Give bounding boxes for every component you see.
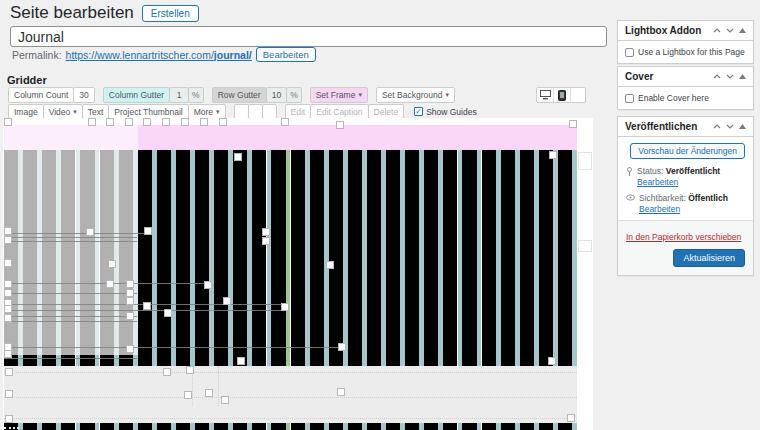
move-down-icon[interactable] <box>726 28 734 33</box>
edit-caption-button[interactable]: Edit Caption <box>310 104 368 119</box>
grid-column[interactable] <box>539 423 553 430</box>
grid-column[interactable] <box>329 150 343 366</box>
move-down-icon[interactable] <box>726 124 734 129</box>
grid-column[interactable] <box>176 423 190 430</box>
grid-item-handle[interactable] <box>126 297 134 305</box>
grid-column[interactable] <box>271 150 285 366</box>
grid-item-handle[interactable] <box>262 228 270 236</box>
grid-item-handle[interactable] <box>163 368 171 376</box>
grid-item-handle[interactable] <box>200 118 208 126</box>
set-frame-button[interactable]: Set Frame▾ <box>310 87 368 103</box>
grid-item-handle[interactable] <box>164 309 172 317</box>
grid-column[interactable] <box>252 423 266 430</box>
grid-item-handle[interactable] <box>143 118 151 126</box>
grid-column-gray[interactable] <box>100 150 114 355</box>
grid-item-handle[interactable] <box>338 343 346 351</box>
grid-item-handle[interactable] <box>567 414 575 422</box>
grid-column[interactable] <box>443 423 457 430</box>
grid-item-handle[interactable] <box>205 389 213 397</box>
grid-column[interactable] <box>214 150 228 366</box>
grid-item-handle[interactable] <box>108 260 116 268</box>
cover-checkbox-row[interactable]: Enable Cover here <box>625 93 746 103</box>
grid-item-handle[interactable] <box>549 151 557 159</box>
grid-item-handle[interactable] <box>143 302 151 310</box>
grid-column[interactable] <box>501 150 515 366</box>
grid-column[interactable] <box>138 150 152 366</box>
grid-column[interactable] <box>80 423 94 430</box>
grid-column-gray[interactable] <box>61 150 75 355</box>
grid-column[interactable] <box>291 150 305 366</box>
add-image-button[interactable]: Image <box>8 104 44 119</box>
grid-column[interactable] <box>252 150 266 366</box>
update-button[interactable]: Aktualisieren <box>673 249 745 267</box>
grid-column[interactable] <box>329 423 343 430</box>
grid-column[interactable] <box>157 423 171 430</box>
grid-column[interactable] <box>443 150 457 366</box>
grid-column[interactable] <box>291 423 305 430</box>
grid-item-handle[interactable] <box>281 118 289 126</box>
desktop-preview-button[interactable] <box>537 88 554 102</box>
grid-item-handle[interactable] <box>4 118 12 126</box>
grid-column-gray[interactable] <box>23 150 37 355</box>
grid-column[interactable] <box>462 150 476 366</box>
grid-column[interactable] <box>233 150 247 366</box>
grid-item-handle[interactable] <box>4 289 12 297</box>
move-up-icon[interactable] <box>713 28 721 33</box>
grid-item-handle[interactable] <box>336 121 344 129</box>
grid-column[interactable] <box>195 423 209 430</box>
grid-column[interactable] <box>348 423 362 430</box>
grid-item-handle[interactable] <box>186 366 194 374</box>
edit-button[interactable]: Edit <box>285 104 312 119</box>
delete-button[interactable]: Delete <box>368 104 405 119</box>
grid-column-gray[interactable] <box>119 150 133 355</box>
grid-column[interactable] <box>520 150 534 366</box>
more-button[interactable]: More▾ <box>188 104 226 119</box>
grid-item-handle[interactable] <box>337 388 345 396</box>
grid-column[interactable] <box>100 423 114 430</box>
permalink-link[interactable]: https://www.lennartritscher.com/journal/ <box>66 49 252 61</box>
status-edit-link[interactable]: Bearbeiten <box>637 177 678 187</box>
add-text-button[interactable]: Text <box>82 104 110 119</box>
grid-item-handle[interactable] <box>86 228 94 236</box>
grid-column[interactable] <box>405 423 419 430</box>
row-gutter-input[interactable]: 10 <box>266 87 287 103</box>
grid-column[interactable] <box>157 150 171 366</box>
gridder-canvas[interactable] <box>3 118 593 430</box>
grid-column-gray[interactable] <box>4 150 18 355</box>
grid-column[interactable] <box>233 423 247 430</box>
grid-column[interactable] <box>310 423 324 430</box>
project-thumbnail-button[interactable]: Project Thumbnail <box>108 104 188 119</box>
grid-item-handle[interactable] <box>4 350 12 358</box>
grid-item-handle[interactable] <box>221 396 229 404</box>
grid-item-handle[interactable] <box>326 261 334 269</box>
column-count-input[interactable]: 30 <box>73 87 94 103</box>
grid-column[interactable] <box>138 423 152 430</box>
toggle-panel-icon[interactable] <box>739 124 746 129</box>
grid-column[interactable] <box>501 423 515 430</box>
grid-item-handle[interactable] <box>5 390 13 398</box>
grid-column[interactable] <box>424 423 438 430</box>
grid-item-handle[interactable] <box>4 280 12 288</box>
grid-item-handle[interactable] <box>4 227 12 235</box>
grid-column[interactable] <box>348 150 362 366</box>
grid-column[interactable] <box>482 150 496 366</box>
grid-item-handle[interactable] <box>144 227 152 235</box>
grid-column[interactable] <box>405 150 419 366</box>
move-down-icon[interactable] <box>726 74 734 79</box>
grid-item-handle[interactable] <box>125 118 133 126</box>
grid-item-handle[interactable] <box>126 280 134 288</box>
grid-item-handle[interactable] <box>5 415 13 423</box>
grid-item-handle[interactable] <box>181 118 189 126</box>
grid-column[interactable] <box>367 423 381 430</box>
grid-column[interactable] <box>424 150 438 366</box>
move-up-icon[interactable] <box>713 74 721 79</box>
grid-item-handle[interactable] <box>162 118 170 126</box>
grid-item-handle[interactable] <box>126 312 134 320</box>
grid-item-handle[interactable] <box>234 153 242 161</box>
lightbox-checkbox-row[interactable]: Use a Lightbox for this Page <box>625 47 746 57</box>
grid-column[interactable] <box>482 423 496 430</box>
grid-column[interactable] <box>367 150 381 366</box>
grid-column-gray[interactable] <box>80 150 94 355</box>
grid-column-gray[interactable] <box>42 150 56 355</box>
grid-item-handle[interactable] <box>4 305 12 313</box>
